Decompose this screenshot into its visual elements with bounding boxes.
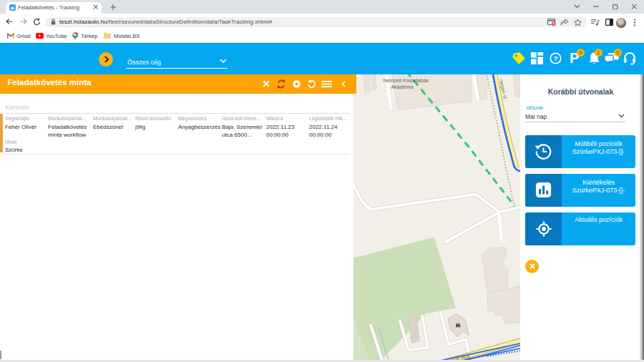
svg-text:Akadémia: Akadémia — [391, 84, 413, 89]
svg-text:Nemzeti Kosárlabda: Nemzeti Kosárlabda — [383, 77, 428, 82]
svg-text:?: ? — [553, 54, 557, 62]
